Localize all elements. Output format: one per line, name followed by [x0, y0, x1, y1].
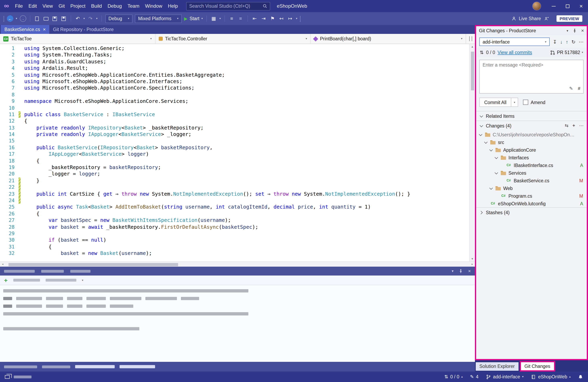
current-repo-status[interactable]: eShopOnWeb ▴	[531, 374, 571, 379]
expander-icon[interactable]	[494, 155, 498, 159]
tree-item-ibasketinterface-cs[interactable]: C#IBasketInterface.csA	[476, 161, 587, 169]
sync-status[interactable]: ⇅ 0 / 0 ▴	[444, 374, 462, 380]
next-bookmark-icon[interactable]: ↦	[287, 15, 294, 23]
expander-icon[interactable]	[489, 186, 493, 190]
notifications-button[interactable]	[578, 374, 583, 379]
close-tab-icon[interactable]: ×	[43, 27, 46, 32]
code-line[interactable]: 10	[0, 105, 469, 111]
close-panel-icon[interactable]: ×	[468, 268, 471, 274]
save-all-icon[interactable]	[60, 15, 67, 23]
toolbar-options-icon[interactable]: ▾	[296, 17, 297, 20]
code-line[interactable]: 27 var basketSpec = new BasketWithItemsS…	[0, 217, 469, 224]
commit-all-button[interactable]: Commit All	[479, 98, 511, 107]
scroll-up-icon[interactable]: ▲	[470, 44, 475, 49]
menu-git[interactable]: Git	[56, 0, 68, 12]
tab-git-repository[interactable]: Git Repository - ProductStore	[49, 25, 117, 34]
code-line[interactable]: 31 {	[0, 244, 469, 250]
member-dropdown[interactable]: PrintBoard(char[,] board) ▾	[311, 34, 466, 44]
stashes-section[interactable]: Stashes (4)	[476, 207, 587, 217]
tree-item-interfaces[interactable]: Interfaces	[476, 154, 587, 161]
navigate-forward-icon[interactable]: →	[20, 15, 26, 22]
indent-decrease-icon[interactable]: ⇤	[252, 15, 258, 23]
menu-view[interactable]: View	[40, 0, 56, 12]
project-dropdown[interactable]: C# TicTacToe ▾	[0, 34, 155, 44]
solution-platforms-dropdown[interactable]: Mixed Platforms▾	[135, 14, 182, 23]
tree-item-services[interactable]: Services	[476, 169, 587, 177]
pending-edits-status[interactable]: ✎ 4	[470, 374, 479, 380]
menu-team[interactable]: Team	[125, 0, 142, 12]
menu-window[interactable]: Window	[142, 0, 165, 12]
tree-item-program-cs[interactable]: C#Program.csM	[476, 192, 587, 200]
tree-item-src[interactable]: src	[476, 138, 587, 146]
search-box[interactable]	[186, 2, 270, 10]
code-line[interactable]: 17 IAppLogger<BasketService> logger)	[0, 151, 469, 158]
filter-dropdown-icon[interactable]: ▾	[82, 279, 84, 282]
branch-dropdown[interactable]: add-interface ▾	[479, 38, 550, 46]
type-dropdown[interactable]: TicTacToe.Controller ▾	[155, 34, 311, 44]
live-share-button[interactable]: Live Share	[511, 16, 541, 21]
code-line[interactable]: 15	[0, 138, 469, 144]
pr-badge[interactable]: PR 517882 ▾	[550, 50, 583, 55]
insert-work-item-icon[interactable]: #	[578, 86, 580, 91]
code-line[interactable]: 6using Microsoft.eShopWeb.ApplicationCor…	[0, 78, 469, 85]
add-icon[interactable]: +	[4, 277, 8, 283]
toolbar-grip-2[interactable]	[300, 16, 301, 21]
expander-icon[interactable]	[479, 210, 483, 214]
close-panel-icon[interactable]: ×	[581, 28, 584, 34]
amend-checkbox[interactable]	[523, 100, 528, 105]
expander-icon[interactable]	[484, 140, 488, 144]
indent-guides-icon[interactable]	[466, 34, 475, 44]
sync-icon[interactable]: ↻	[571, 39, 575, 44]
undo-dropdown-icon[interactable]: ▾	[84, 17, 85, 20]
code-line[interactable]: 13 private readonly IRepository<Basket> …	[0, 124, 469, 131]
horizontal-scrollbar[interactable]: ◂ ▸	[0, 261, 475, 267]
indent-increase-icon[interactable]: ⇥	[260, 15, 267, 23]
code-line[interactable]: 25 public async Task<Basket> AddItemToBa…	[0, 204, 469, 210]
code-line[interactable]: 28 var basket = await _basketRepository.…	[0, 224, 469, 230]
new-file-icon[interactable]	[34, 15, 40, 23]
code-line[interactable]: 1using System.Collections.Generic;	[0, 45, 469, 52]
bookmark-icon[interactable]: ⚑	[269, 15, 276, 23]
tree-item-applicationcore[interactable]: ApplicationCore	[476, 146, 587, 154]
scroll-down-icon[interactable]: ▼	[470, 256, 475, 261]
expander-icon[interactable]	[479, 124, 483, 128]
code-line[interactable]: 3using Ardalis.GuardClauses;	[0, 58, 469, 65]
expander-icon[interactable]	[489, 148, 493, 152]
compare-icon[interactable]: ⇆	[565, 123, 568, 128]
vertical-scroll-thumb[interactable]	[471, 52, 474, 90]
code-line[interactable]: 2using System.Threading.Tasks;	[0, 52, 469, 58]
vertical-scrollbar[interactable]: ▲ ▼	[469, 44, 475, 261]
code-line[interactable]: 5using Microsoft.eShopWeb.ApplicationCor…	[0, 72, 469, 78]
menu-project[interactable]: Project	[68, 0, 88, 12]
expander-icon[interactable]	[494, 171, 498, 175]
code-line[interactable]: 4using Ardalis.Result;	[0, 65, 469, 72]
commit-message-input[interactable]	[480, 60, 583, 85]
open-file-icon[interactable]	[42, 15, 49, 23]
code-line[interactable]: 16 public BasketService(IRepository<Bask…	[0, 144, 469, 151]
code-line[interactable]: 23 public int CartSize { get ⇒ throw new…	[0, 191, 469, 197]
navigate-back-dropdown-icon[interactable]: ▾	[16, 17, 17, 20]
close-window-button[interactable]: ×	[574, 0, 588, 12]
save-icon[interactable]	[51, 15, 58, 23]
fetch-icon[interactable]: ↧	[553, 39, 557, 44]
code-line[interactable]: 26 {	[0, 210, 469, 217]
tab-basketservice[interactable]: BasketService.cs ×	[1, 25, 49, 34]
code-line[interactable]: 12{	[0, 118, 469, 125]
code-line[interactable]: 18 {	[0, 157, 469, 164]
code-line[interactable]: 19 _basketRepository = basketRepository;	[0, 164, 469, 171]
code-line[interactable]: 24	[0, 197, 469, 204]
stage-all-icon[interactable]: +	[572, 123, 575, 128]
tree-item-c-users-john-source-repos-eshoponweb[interactable]: C:\Users\john\source\repos\eShopOnWeb	[476, 131, 587, 138]
code-line[interactable]: 21 }	[0, 177, 469, 184]
avatar[interactable]	[532, 2, 541, 11]
test-dropdown-icon[interactable]: ▾	[219, 17, 221, 20]
commit-options-icon[interactable]: ▾	[511, 98, 518, 107]
menu-help[interactable]: Help	[165, 0, 181, 12]
code-line[interactable]: 7using Microsoft.eShopWeb.ApplicationCor…	[0, 85, 469, 92]
section-ellipsis-icon[interactable]: ⋯	[579, 123, 584, 128]
current-branch-status[interactable]: add-interface ▾	[486, 374, 524, 379]
line-list-2-icon[interactable]: ≡	[237, 15, 244, 23]
redo-icon[interactable]: ↷	[87, 15, 94, 23]
pull-icon[interactable]: ↓	[560, 39, 563, 44]
tab-solution-explorer[interactable]: Solution Explorer	[476, 362, 518, 370]
